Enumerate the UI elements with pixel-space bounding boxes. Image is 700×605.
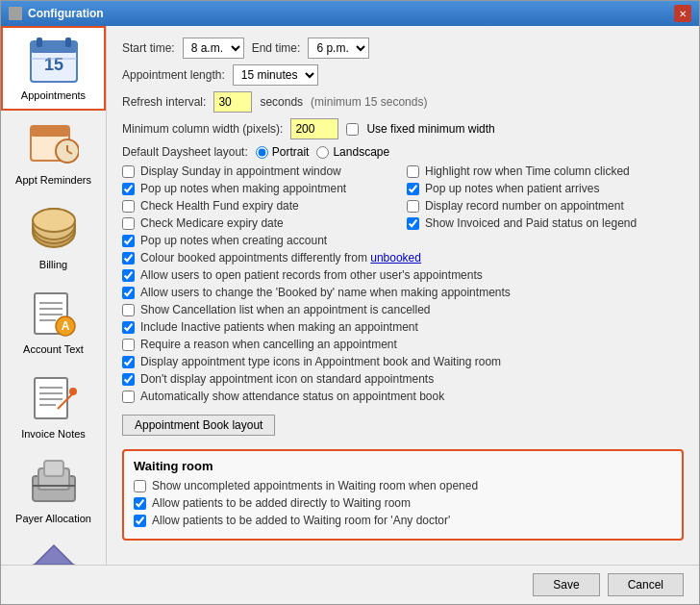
- chk-require-reason[interactable]: [122, 339, 135, 351]
- chk-pop-making[interactable]: [122, 183, 135, 195]
- chk-require-reason-label: Require a reason when cancelling an appo…: [140, 338, 397, 351]
- min-col-input[interactable]: [290, 118, 338, 139]
- end-time-label: End time:: [252, 41, 301, 55]
- daysheet-row: Default Daysheet layout: Portrait Landsc…: [122, 145, 684, 159]
- chk-require-reason-row: Require a reason when cancelling an appo…: [122, 338, 684, 351]
- chk-show-invoiced[interactable]: [407, 217, 419, 230]
- svg-marker-38: [35, 545, 73, 565]
- landscape-label: Landscape: [333, 145, 389, 159]
- min-col-label: Minimum column width (pixels):: [122, 122, 283, 136]
- chk-colour-booked[interactable]: [122, 252, 135, 265]
- chk-pop-arrives-row: Pop up notes when patient arrives: [407, 182, 684, 195]
- daysheet-label: Default Daysheet layout:: [122, 145, 248, 159]
- window-title: Configuration: [28, 7, 104, 20]
- chk-pop-making-row: Pop up notes when making appointment: [122, 182, 399, 195]
- chk-auto-show[interactable]: [122, 391, 135, 403]
- appt-length-select[interactable]: 15 minutes: [233, 64, 318, 86]
- chk-show-invoiced-row: Show Invoiced and Paid status on legend: [407, 216, 684, 230]
- invoice-notes-icon: [29, 374, 79, 424]
- save-button[interactable]: Save: [533, 573, 599, 596]
- chk-allow-add-any-doctor[interactable]: [134, 515, 146, 527]
- portrait-radio[interactable]: [256, 146, 268, 159]
- chk-pop-arrives[interactable]: [407, 183, 419, 195]
- sidebar-item-billing[interactable]: Billing: [1, 195, 106, 280]
- chk-pop-creating[interactable]: [122, 235, 135, 247]
- chk-dont-display[interactable]: [122, 373, 135, 386]
- sidebar-item-payer-allocation[interactable]: Payer Allocation: [1, 449, 106, 534]
- sidebar-item-invoice-notes[interactable]: Invoice Notes: [1, 365, 106, 449]
- footer: Save Cancel: [1, 565, 699, 604]
- close-button[interactable]: ✕: [674, 5, 691, 22]
- svg-text:A: A: [61, 319, 69, 333]
- checkbox-grid-top: Display Sunday in appointment window Hig…: [122, 164, 684, 234]
- start-time-label: Start time:: [122, 41, 175, 55]
- landscape-radio[interactable]: [316, 146, 329, 159]
- portrait-radio-label[interactable]: Portrait: [256, 145, 310, 159]
- refresh-min-label: (minimum 15 seconds): [311, 95, 427, 109]
- chk-display-sunday[interactable]: [122, 165, 135, 178]
- chk-display-record[interactable]: [407, 200, 419, 213]
- chk-allow-change-row: Allow users to change the 'Booked by' na…: [122, 286, 684, 299]
- use-fixed-width-checkbox[interactable]: [346, 123, 359, 136]
- window-icon: [9, 7, 22, 20]
- chk-dont-display-label: Don't display appointment icon on standa…: [140, 372, 434, 386]
- chk-colour-booked-label: Colour booked appointments differently f…: [140, 251, 421, 265]
- unbooked-link[interactable]: unbooked: [370, 251, 421, 265]
- landscape-radio-label[interactable]: Landscape: [316, 145, 389, 159]
- chk-allow-add-directly-row: Allow patients to be added directly to W…: [134, 496, 672, 510]
- main-content: 15 Appointments Appt Rem: [1, 26, 699, 565]
- chk-display-icons-label: Display appointment type icons in Appoin…: [140, 355, 501, 368]
- sidebar-label-invoice-notes: Invoice Notes: [21, 428, 86, 440]
- refresh-input[interactable]: [213, 91, 252, 113]
- chk-include-inactive[interactable]: [122, 321, 135, 334]
- cancel-button[interactable]: Cancel: [608, 573, 684, 596]
- main-panel: Start time: 8 a.m. End time: 6 p.m. Appo…: [107, 26, 699, 565]
- end-time-select[interactable]: 6 p.m.: [308, 38, 369, 59]
- appt-book-layout-button[interactable]: Appointment Book layout: [122, 415, 275, 436]
- chk-include-inactive-label: Include Inactive patients when making an…: [140, 320, 418, 334]
- chk-allow-add-directly[interactable]: [134, 497, 146, 510]
- sidebar-item-appointments[interactable]: 15 Appointments: [1, 26, 106, 111]
- start-time-select[interactable]: 8 a.m.: [183, 38, 244, 59]
- payer-allocation-icon: [29, 459, 79, 509]
- sidebar-item-bank-accounts[interactable]: Bank Accounts: [1, 534, 106, 565]
- min-col-row: Minimum column width (pixels): Use fixed…: [122, 118, 684, 139]
- chk-include-inactive-row: Include Inactive patients when making an…: [122, 320, 684, 334]
- chk-allow-change-label: Allow users to change the 'Booked by' na…: [140, 286, 511, 299]
- portrait-label: Portrait: [272, 145, 310, 159]
- sidebar-label-payer-allocation: Payer Allocation: [15, 513, 91, 524]
- chk-allow-add-any-doctor-row: Allow patients to be added to Waiting ro…: [134, 514, 672, 527]
- chk-medicare[interactable]: [122, 217, 135, 230]
- sidebar-label-billing: Billing: [39, 259, 67, 270]
- sidebar-item-account-text[interactable]: A Account Text: [1, 280, 106, 365]
- chk-pop-making-label: Pop up notes when making appointment: [140, 182, 346, 195]
- chk-auto-show-label: Automatically show attendance status on …: [140, 390, 444, 403]
- chk-display-icons[interactable]: [122, 356, 135, 368]
- chk-allow-change[interactable]: [122, 287, 135, 299]
- svg-point-15: [33, 209, 75, 232]
- chk-show-cancellation[interactable]: [122, 304, 135, 316]
- chk-highlight-row[interactable]: [407, 165, 419, 178]
- svg-rect-0: [9, 7, 22, 20]
- chk-display-sunday-label: Display Sunday in appointment window: [140, 164, 341, 178]
- refresh-label: Refresh interval:: [122, 95, 206, 109]
- chk-show-invoiced-label: Show Invoiced and Paid status on legend: [425, 216, 637, 230]
- refresh-row: Refresh interval: seconds (minimum 15 se…: [122, 91, 684, 113]
- chk-allow-open-row: Allow users to open patient records from…: [122, 268, 684, 282]
- chk-show-uncompleted-label: Show uncompleted appointments in Waiting…: [152, 479, 478, 492]
- chk-display-icons-row: Display appointment type icons in Appoin…: [122, 355, 684, 368]
- appt-book-layout-row: Appointment Book layout: [122, 409, 684, 441]
- appt-reminders-icon: [29, 120, 79, 170]
- chk-medicare-label: Check Medicare expiry date: [140, 216, 284, 230]
- svg-rect-4: [65, 38, 71, 47]
- chk-show-uncompleted[interactable]: [134, 480, 146, 492]
- waiting-room-title: Waiting room: [134, 459, 672, 473]
- svg-rect-3: [37, 38, 42, 47]
- chk-health-fund[interactable]: [122, 200, 135, 213]
- chk-pop-creating-row: Pop up notes when creating account: [122, 234, 684, 247]
- svg-rect-32: [44, 461, 63, 476]
- sidebar-item-appt-reminders[interactable]: Appt Reminders: [1, 111, 106, 195]
- chk-allow-add-any-doctor-label: Allow patients to be added to Waiting ro…: [152, 514, 450, 527]
- chk-pop-creating-label: Pop up notes when creating account: [140, 234, 327, 247]
- chk-allow-open[interactable]: [122, 269, 135, 282]
